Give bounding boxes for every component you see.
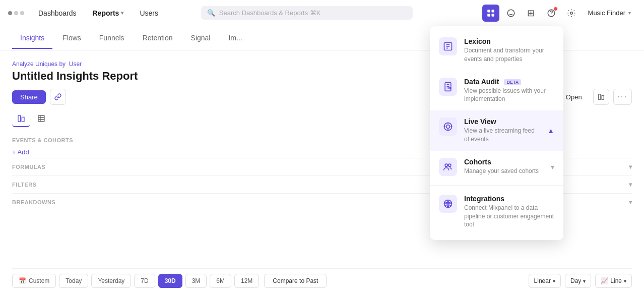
tab-more[interactable]: Im...: [220, 28, 250, 49]
tab-flows[interactable]: Flows: [54, 28, 89, 49]
data-audit-icon: [439, 78, 457, 96]
dot-green: [20, 11, 24, 15]
link-icon-btn[interactable]: [50, 89, 66, 105]
view-tab-table[interactable]: [32, 111, 50, 127]
lexicon-icon: [439, 37, 457, 55]
live-view-title: Live View: [464, 118, 540, 126]
help-icon-btn[interactable]: [543, 5, 560, 22]
live-view-icon: [439, 118, 457, 136]
tab-funnels[interactable]: Funnels: [91, 28, 133, 49]
yesterday-btn[interactable]: Yesterday: [91, 274, 131, 288]
menu-item-live-view[interactable]: Live View View a live streaming feed of …: [430, 110, 563, 151]
cohorts-title: Cohorts: [464, 158, 544, 166]
workspace-selector[interactable]: Music Finder ▾: [583, 7, 636, 19]
svg-point-29: [445, 164, 447, 166]
calendar-icon: 📅: [19, 277, 26, 284]
analyze-value: User: [69, 61, 82, 68]
tab-signal[interactable]: Signal: [183, 28, 219, 49]
live-view-text: Live View View a live streaming feed of …: [464, 118, 540, 144]
menu-item-cohorts[interactable]: Cohorts Manage your saved cohorts ▾: [430, 151, 563, 183]
linear-btn[interactable]: Linear ▾: [529, 274, 561, 288]
svg-rect-11: [602, 96, 604, 100]
today-btn[interactable]: Today: [59, 274, 88, 288]
svg-point-24: [446, 125, 450, 129]
svg-point-9: [570, 12, 572, 14]
6m-btn[interactable]: 6M: [210, 274, 231, 288]
svg-rect-13: [22, 117, 24, 122]
right-controls: Linear ▾ Day ▾ 📈 Line ▾: [529, 274, 632, 288]
svg-rect-3: [491, 14, 494, 16]
12m-btn[interactable]: 12M: [234, 274, 259, 288]
svg-rect-0: [487, 10, 490, 12]
svg-rect-1: [491, 10, 494, 12]
dropdown-panel: Lexicon Document and transform your even…: [430, 26, 563, 240]
top-nav: Dashboards Reports ▾ Users 🔍 Search Dash…: [0, 0, 644, 26]
integrations-icon: [439, 195, 457, 213]
dot-yellow: [14, 11, 18, 15]
cohorts-text: Cohorts Manage your saved cohorts: [464, 158, 544, 175]
view-tab-chart[interactable]: [12, 111, 30, 127]
search-icon: 🔍: [207, 9, 215, 17]
svg-point-4: [507, 10, 514, 17]
settings-icon-btn[interactable]: [563, 5, 580, 22]
menu-item-data-audit[interactable]: Data Audit BETA View possible issues wit…: [430, 71, 563, 111]
nav-users[interactable]: Users: [134, 6, 164, 20]
filters-chevron-icon: ▾: [629, 181, 632, 188]
search-bar[interactable]: 🔍 Search Dashboards & Reports ⌘K: [201, 6, 413, 20]
tab-insights[interactable]: Insights: [12, 28, 52, 49]
reports-chevron-icon: ▾: [121, 10, 123, 16]
grid-icon-btn[interactable]: ⊞: [523, 5, 540, 22]
tab-retention[interactable]: Retention: [135, 28, 181, 49]
integrations-desc: Connect Mixpanel to a data pipeline or c…: [464, 204, 554, 229]
share-button[interactable]: Share: [12, 90, 46, 104]
bottom-toolbar: 📅 Custom Today Yesterday 7D 30D 3M 6M 12…: [12, 268, 632, 293]
lexicon-title: Lexicon: [464, 37, 554, 45]
dot-red: [8, 11, 12, 15]
nav-dashboards[interactable]: Dashboards: [32, 6, 83, 20]
formulas-chevron-icon: ▾: [629, 163, 632, 170]
breakdowns-chevron-icon: ▾: [629, 199, 632, 206]
3m-btn[interactable]: 3M: [185, 274, 207, 288]
day-chevron-icon: ▾: [583, 278, 586, 284]
chart-icon-btn[interactable]: [593, 89, 609, 105]
window-controls: [8, 11, 24, 15]
integrations-title: Integrations: [464, 195, 554, 203]
menu-item-integrations[interactable]: Integrations Connect Mixpanel to a data …: [430, 188, 563, 236]
compare-btn[interactable]: Compare to Past: [264, 274, 327, 288]
nav-right-controls: ⊞ Music Finder ▾: [482, 5, 636, 22]
more-icon-btn[interactable]: ···: [613, 89, 632, 105]
cohorts-icon: [439, 158, 457, 176]
reports-icon-btn[interactable]: [482, 5, 499, 22]
data-audit-title: Data Audit BETA: [464, 78, 554, 86]
live-view-expand-icon: ▲: [547, 127, 554, 135]
cohorts-desc: Manage your saved cohorts: [464, 167, 544, 175]
30d-btn[interactable]: 30D: [158, 274, 182, 288]
data-audit-desc: View possible issues with your implement…: [464, 87, 554, 104]
day-btn[interactable]: Day ▾: [565, 274, 591, 288]
svg-rect-12: [18, 115, 21, 122]
beta-badge: BETA: [504, 79, 521, 85]
svg-rect-2: [487, 14, 490, 16]
menu-divider: [430, 185, 563, 186]
integrations-text: Integrations Connect Mixpanel to a data …: [464, 195, 554, 229]
svg-point-22: [449, 88, 450, 89]
line-btn[interactable]: 📈 Line ▾: [595, 274, 632, 288]
menu-item-lexicon[interactable]: Lexicon Document and transform your even…: [430, 30, 563, 71]
smiley-icon-btn[interactable]: [502, 5, 520, 22]
cohorts-expand-icon: ▾: [551, 163, 554, 171]
svg-rect-14: [38, 115, 44, 122]
lexicon-desc: Document and transform your events and p…: [464, 46, 554, 64]
svg-rect-10: [598, 94, 600, 100]
nav-reports[interactable]: Reports ▾: [87, 6, 130, 20]
7d-btn[interactable]: 7D: [134, 274, 155, 288]
custom-date-btn[interactable]: 📅 Custom: [12, 274, 56, 288]
svg-point-30: [448, 164, 451, 166]
line-chart-icon: 📈: [601, 277, 608, 284]
workspace-chevron-icon: ▾: [628, 10, 631, 16]
data-audit-text: Data Audit BETA View possible issues wit…: [464, 78, 554, 104]
linear-chevron-icon: ▾: [553, 278, 555, 284]
lexicon-text: Lexicon Document and transform your even…: [464, 37, 554, 64]
live-view-desc: View a live streaming feed of events: [464, 127, 540, 144]
line-chevron-icon: ▾: [624, 278, 626, 284]
